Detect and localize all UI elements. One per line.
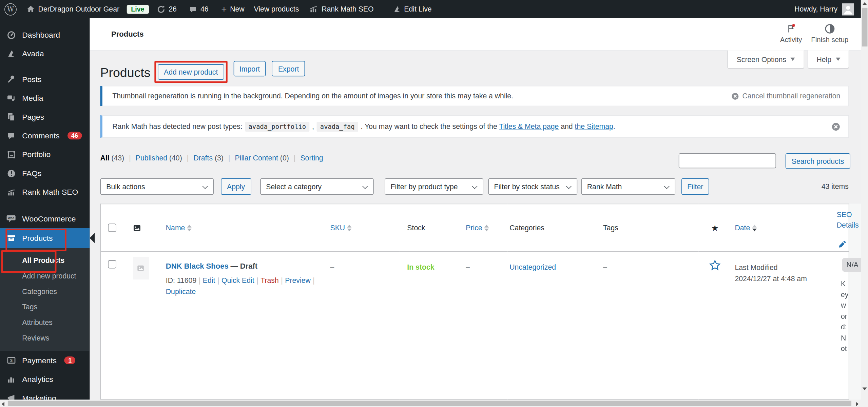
- scroll-left-arrow[interactable]: [2, 402, 4, 406]
- sidebar-item-avada[interactable]: Avada: [0, 44, 90, 63]
- titles-meta-link[interactable]: Titles & Meta page: [499, 122, 559, 131]
- dismiss-circle-icon: [831, 122, 840, 131]
- sidebar-label: Payments: [22, 356, 57, 365]
- sort-by-sku[interactable]: SKU: [330, 224, 351, 232]
- edit-live-menu[interactable]: Edit Live: [393, 5, 431, 13]
- view-label: Published: [136, 154, 167, 162]
- sort-icon: [347, 225, 352, 231]
- category-link[interactable]: Uncategorized: [509, 263, 556, 271]
- finish-setup-button[interactable]: Finish setup: [810, 23, 849, 44]
- search-products-button[interactable]: Search products: [786, 153, 850, 169]
- sidebar-label: Rank Math SEO: [22, 188, 78, 196]
- sidebar-item-faqs[interactable]: FAQs: [0, 164, 90, 182]
- edit-action[interactable]: Edit: [203, 276, 215, 284]
- view-drafts[interactable]: Drafts: [193, 154, 213, 162]
- preview-action[interactable]: Preview: [285, 276, 310, 284]
- column-label: Tags: [603, 224, 618, 232]
- trash-action[interactable]: Trash: [261, 276, 278, 284]
- cancel-thumbnail-regeneration-link[interactable]: Cancel thumbnail regeneration: [731, 92, 841, 100]
- updates-menu[interactable]: 26: [156, 5, 177, 14]
- vertical-scrollbar[interactable]: [861, 0, 868, 407]
- site-menu[interactable]: DerDragon Outdoor Gear: [26, 5, 119, 13]
- sidebar-item-payments[interactable]: $ Payments 1: [0, 351, 90, 370]
- sort-by-date[interactable]: Date: [735, 224, 756, 232]
- view-products-link[interactable]: View products: [254, 5, 299, 13]
- view-published[interactable]: Published: [136, 154, 167, 162]
- scroll-down-arrow[interactable]: [863, 387, 867, 390]
- seo-score-badge: N/A: [842, 258, 863, 272]
- search-input[interactable]: [679, 153, 776, 168]
- rank-math-menu[interactable]: Rank Math SEO: [309, 5, 374, 13]
- sidebar-item-all-products[interactable]: All Products: [0, 252, 90, 268]
- vertical-scrollbar-thumb[interactable]: [862, 8, 867, 46]
- sort-by-name[interactable]: Name: [166, 224, 192, 232]
- product-name-link[interactable]: DNK Black Shoes: [166, 262, 229, 270]
- wordpress-logo-icon[interactable]: W: [4, 3, 17, 15]
- svg-text:$: $: [10, 358, 13, 363]
- add-new-product-button[interactable]: Add new product: [158, 64, 224, 80]
- sidebar-item-rank-math[interactable]: Rank Math SEO: [0, 183, 90, 201]
- sidebar: Dashboard Avada Posts Media Pages Commen…: [0, 18, 90, 400]
- screen-options-tab[interactable]: Screen Options: [727, 51, 804, 69]
- product-status: — Draft: [231, 262, 258, 270]
- sidebar-item-add-new-product[interactable]: Add new product: [0, 268, 90, 284]
- new-menu[interactable]: + New: [221, 4, 244, 14]
- sidebar-item-portfolio[interactable]: Portfolio: [0, 145, 90, 164]
- price-cell: –: [463, 252, 507, 400]
- rank-math-select[interactable]: Rank Math: [581, 178, 675, 195]
- help-tab[interactable]: Help: [808, 51, 849, 69]
- featured-star-toggle[interactable]: [709, 259, 721, 271]
- new-label: New: [230, 5, 244, 13]
- category-select[interactable]: Select a category: [260, 178, 373, 195]
- sidebar-item-analytics[interactable]: Analytics: [0, 370, 90, 388]
- view-all[interactable]: All: [100, 154, 109, 162]
- avada-icon: [5, 49, 17, 58]
- sidebar-item-marketing[interactable]: Marketing: [0, 389, 90, 400]
- comments-menu[interactable]: 46: [189, 5, 209, 13]
- pencil-icon[interactable]: [838, 240, 846, 248]
- sidebar-item-media[interactable]: Media: [0, 89, 90, 107]
- sitemap-link[interactable]: the Sitemap: [575, 122, 613, 131]
- sidebar-item-pages[interactable]: Pages: [0, 108, 90, 126]
- scroll-right-arrow[interactable]: [856, 402, 859, 406]
- sidebar-item-woocommerce[interactable]: Woo WooCommerce: [0, 209, 90, 228]
- scroll-up-arrow[interactable]: [863, 2, 867, 5]
- updates-count: 26: [169, 5, 177, 13]
- sidebar-item-tags[interactable]: Tags: [0, 299, 90, 314]
- export-button[interactable]: Export: [272, 61, 305, 77]
- sidebar-label: Comments: [22, 131, 59, 140]
- sidebar-item-dashboard[interactable]: Dashboard: [0, 25, 90, 44]
- apply-button[interactable]: Apply: [221, 178, 251, 195]
- sidebar-label: Analytics: [22, 375, 53, 384]
- image-icon: [133, 224, 141, 232]
- row-checkbox[interactable]: [108, 260, 116, 268]
- product-type-select[interactable]: Filter by product type: [384, 178, 483, 195]
- setup-progress-icon: [824, 23, 836, 35]
- dismiss-notice-button[interactable]: [831, 122, 840, 131]
- quick-edit-action[interactable]: Quick Edit: [221, 276, 254, 284]
- view-pillar-content[interactable]: Pillar Content: [235, 154, 278, 162]
- select-all-checkbox[interactable]: [108, 224, 116, 232]
- column-label: Categories: [509, 224, 544, 232]
- import-button[interactable]: Import: [233, 61, 266, 77]
- duplicate-action[interactable]: Duplicate: [166, 287, 196, 295]
- sidebar-item-posts[interactable]: Posts: [0, 70, 90, 89]
- product-thumbnail-cell: [122, 252, 155, 400]
- filter-button[interactable]: Filter: [681, 178, 709, 195]
- activity-button[interactable]: Activity: [772, 23, 810, 44]
- horizontal-scrollbar-thumb[interactable]: [8, 401, 851, 406]
- bulk-actions-select[interactable]: Bulk actions: [100, 178, 214, 195]
- view-sorting[interactable]: Sorting: [300, 154, 323, 162]
- sidebar-item-attributes[interactable]: Attributes: [0, 314, 90, 330]
- notice-text: Thumbnail regeneration is running in the…: [112, 92, 513, 100]
- avatar[interactable]: [842, 3, 854, 15]
- sidebar-item-products[interactable]: Products: [0, 228, 90, 248]
- sort-by-price[interactable]: Price: [466, 224, 489, 232]
- sidebar-item-comments[interactable]: Comments 46: [0, 126, 90, 145]
- stock-status-select[interactable]: Filter by stock status: [488, 178, 577, 195]
- horizontal-scrollbar[interactable]: [0, 400, 861, 407]
- account-menu[interactable]: Howdy, Harry: [794, 5, 837, 13]
- sidebar-item-categories[interactable]: Categories: [0, 284, 90, 299]
- sidebar-item-reviews[interactable]: Reviews: [0, 330, 90, 346]
- seo-details-label[interactable]: SEO Details: [837, 209, 855, 230]
